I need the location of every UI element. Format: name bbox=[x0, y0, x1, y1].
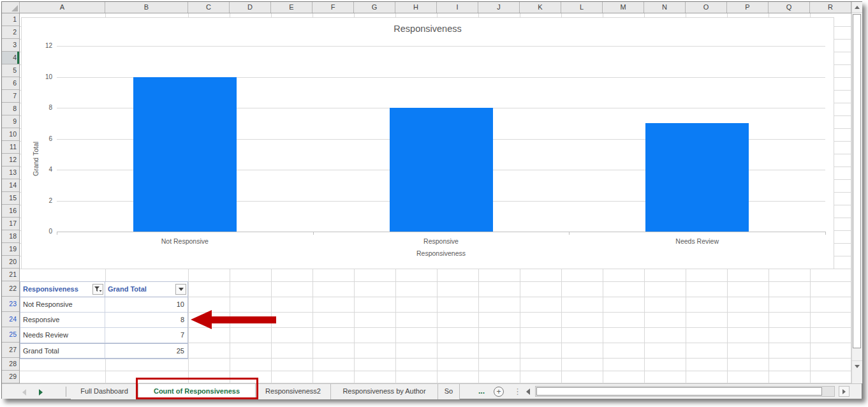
sheet-tab[interactable]: Responsiveness by Author bbox=[331, 384, 438, 399]
pivot-dropdown-button[interactable] bbox=[175, 284, 186, 295]
column-header[interactable]: P bbox=[727, 2, 769, 13]
column-header[interactable]: F bbox=[313, 2, 354, 13]
column-headers: ABCDEFGHIJKLMNOPQR bbox=[2, 2, 851, 13]
row-header[interactable]: 29 bbox=[2, 371, 19, 383]
y-axis-tick-label: 6 bbox=[31, 135, 52, 142]
sheet-tab[interactable]: Responsiveness2 bbox=[256, 384, 331, 399]
row-header[interactable]: 25 bbox=[2, 327, 19, 343]
pivot-body: Not Responsive 10 Responsive 8 Needs Rev… bbox=[20, 297, 188, 359]
chart-bar[interactable] bbox=[133, 77, 237, 232]
column-header[interactable]: R bbox=[810, 2, 851, 13]
y-axis-tick-label: 8 bbox=[31, 104, 52, 111]
row-header[interactable]: 17 bbox=[2, 218, 19, 230]
sheet-tab[interactable]: So bbox=[438, 384, 460, 399]
vscroll-down-button[interactable] bbox=[852, 360, 862, 371]
row-header[interactable]: 7 bbox=[2, 90, 19, 103]
row-header[interactable]: 21 bbox=[2, 269, 19, 281]
pivot-row-value[interactable]: 7 bbox=[105, 328, 188, 343]
hscroll-left-icon[interactable] bbox=[526, 389, 530, 395]
excel-window: ABCDEFGHIJKLMNOPQR 123456789101112131415… bbox=[0, 0, 868, 407]
select-all-button[interactable] bbox=[2, 2, 20, 13]
row-header[interactable]: 14 bbox=[2, 179, 19, 192]
pivot-row-value[interactable]: 8 bbox=[105, 313, 188, 327]
column-header[interactable]: D bbox=[230, 2, 271, 13]
pivot-row-label[interactable]: Responsive bbox=[20, 313, 105, 327]
y-axis-tick-label: 2 bbox=[31, 197, 52, 204]
pivot-row-label[interactable]: Needs Review bbox=[20, 328, 105, 343]
row-header[interactable]: 5 bbox=[2, 64, 19, 77]
sheet-tab[interactable]: Full Dashboard bbox=[71, 384, 138, 399]
vscroll-up-icon bbox=[855, 6, 860, 9]
column-header[interactable]: Q bbox=[769, 2, 810, 13]
column-header[interactable]: A bbox=[20, 2, 105, 13]
row-header[interactable]: 19 bbox=[2, 243, 19, 256]
horizontal-scrollbar-thumb[interactable] bbox=[536, 387, 822, 396]
row-header[interactable]: 16 bbox=[2, 205, 19, 218]
column-header[interactable]: H bbox=[395, 2, 437, 13]
pivot-row-label[interactable]: Not Responsive bbox=[20, 297, 105, 312]
chart[interactable]: Responsiveness Grand Total Responsivenes… bbox=[21, 17, 834, 269]
annotation-highlight-box bbox=[136, 378, 258, 399]
row-header[interactable]: 18 bbox=[2, 230, 19, 243]
row-headers: 1234567891011121314151617181920212223242… bbox=[2, 13, 20, 383]
pivot-header-grand-total[interactable]: Grand Total bbox=[105, 282, 188, 297]
chart-bar[interactable] bbox=[645, 123, 749, 232]
tab-overflow-ellipsis[interactable]: ... bbox=[478, 384, 485, 399]
column-header[interactable]: I bbox=[437, 2, 478, 13]
column-header[interactable]: L bbox=[561, 2, 603, 13]
pivot-row-value[interactable]: 25 bbox=[105, 344, 188, 358]
pivot-header-responsiveness[interactable]: Responsiveness bbox=[20, 282, 105, 297]
row-header[interactable]: 13 bbox=[2, 166, 19, 179]
pivot-filter-button[interactable] bbox=[92, 284, 103, 295]
column-header[interactable]: G bbox=[354, 2, 395, 13]
row-header[interactable]: 22 bbox=[2, 281, 19, 297]
pivot-row[interactable]: Responsive 8 bbox=[20, 313, 188, 328]
y-axis-tick-label: 10 bbox=[31, 73, 52, 80]
column-header[interactable]: E bbox=[271, 2, 313, 13]
chart-bar[interactable] bbox=[390, 108, 493, 232]
horizontal-scrollbar[interactable] bbox=[535, 386, 835, 397]
row-header[interactable]: 11 bbox=[2, 141, 19, 154]
row-header[interactable]: 3 bbox=[2, 39, 19, 52]
select-all-triangle-icon bbox=[11, 5, 18, 11]
row-header[interactable]: 27 bbox=[2, 343, 19, 358]
vertical-scrollbar-thumb[interactable] bbox=[853, 14, 861, 348]
column-header[interactable]: N bbox=[644, 2, 686, 13]
row-header[interactable]: 15 bbox=[2, 192, 19, 205]
row-header[interactable]: 6 bbox=[2, 77, 19, 90]
column-header[interactable]: B bbox=[105, 2, 188, 13]
vscroll-down-icon bbox=[855, 365, 860, 368]
new-sheet-button[interactable]: + bbox=[494, 387, 504, 397]
row-header[interactable]: 12 bbox=[2, 154, 19, 166]
x-category-label: Needs Review bbox=[569, 237, 825, 245]
gridline bbox=[20, 371, 851, 371]
pivot-row-label[interactable]: Grand Total bbox=[20, 344, 105, 358]
column-header[interactable]: K bbox=[520, 2, 561, 13]
row-header[interactable]: 9 bbox=[2, 115, 19, 128]
tab-scroll-right-icon[interactable] bbox=[39, 389, 43, 396]
hscroll-right-button[interactable] bbox=[839, 386, 850, 397]
y-axis-tick-label: 0 bbox=[31, 228, 52, 235]
row-header[interactable]: 28 bbox=[2, 358, 19, 371]
column-header[interactable]: M bbox=[603, 2, 644, 13]
arrow-left-icon bbox=[191, 310, 212, 329]
column-header[interactable]: O bbox=[686, 2, 727, 13]
row-header[interactable]: 20 bbox=[2, 256, 19, 269]
column-header[interactable]: C bbox=[188, 2, 230, 13]
vertical-scrollbar[interactable] bbox=[851, 2, 862, 383]
row-header[interactable]: 8 bbox=[2, 103, 19, 115]
x-axis-tick bbox=[313, 232, 314, 235]
row-header[interactable]: 10 bbox=[2, 128, 19, 141]
row-header[interactable]: 23 bbox=[2, 297, 19, 312]
row-header[interactable]: 4 bbox=[2, 52, 19, 64]
vscroll-up-button[interactable] bbox=[852, 2, 862, 13]
pivot-row[interactable]: Needs Review 7 bbox=[20, 328, 188, 343]
row-header[interactable]: 1 bbox=[2, 13, 19, 26]
tab-scroll-left-icon[interactable] bbox=[22, 389, 26, 396]
pivot-row[interactable]: Not Responsive 10 bbox=[20, 297, 188, 313]
pivot-row-value[interactable]: 10 bbox=[105, 297, 188, 312]
pivot-row[interactable]: Grand Total 25 bbox=[20, 343, 188, 359]
column-header[interactable]: J bbox=[478, 2, 520, 13]
row-header[interactable]: 24 bbox=[2, 312, 19, 327]
row-header[interactable]: 2 bbox=[2, 26, 19, 39]
